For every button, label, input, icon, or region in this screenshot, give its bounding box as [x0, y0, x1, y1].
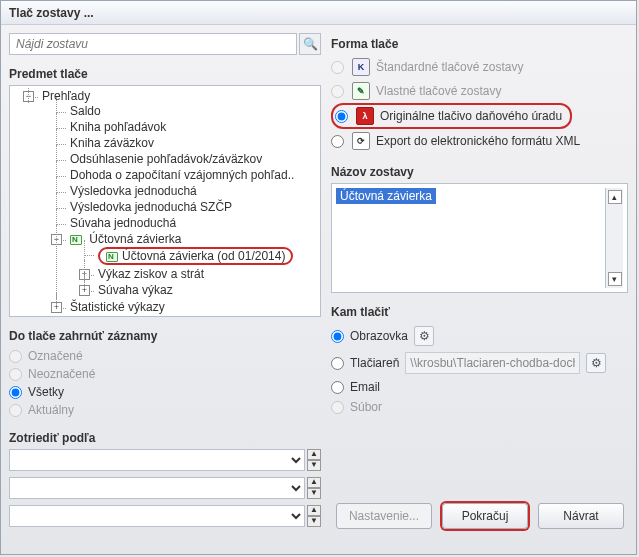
- kros-icon: K: [352, 58, 370, 76]
- gear-icon[interactable]: ⚙: [586, 353, 606, 373]
- report-n-icon: [106, 252, 118, 262]
- include-unmarked-radio: [9, 368, 22, 381]
- report-name-item[interactable]: Účtovná závierka: [336, 188, 436, 204]
- form-standard-radio: [331, 61, 344, 74]
- xml-icon: ⟳: [352, 132, 370, 150]
- pdf-icon: λ: [356, 107, 374, 125]
- tree-node[interactable]: Odsúhlasenie pohľadávok/záväzkov: [70, 152, 262, 166]
- dest-printer-radio[interactable]: [331, 357, 344, 370]
- tree-node-root[interactable]: Prehľady: [42, 89, 90, 103]
- tree-node[interactable]: Výsledovka jednoduchá SZČP: [70, 200, 232, 214]
- dest-email-label: Email: [350, 380, 380, 394]
- include-label: Do tlače zahrnúť záznamy: [9, 329, 321, 343]
- form-label: Forma tlače: [331, 37, 628, 51]
- back-button[interactable]: Návrat: [538, 503, 624, 529]
- report-tree[interactable]: − Prehľady Saldo Kniha pohľadávok Kniha …: [9, 85, 321, 317]
- search-icon[interactable]: 🔍: [299, 33, 321, 55]
- tree-node[interactable]: Výkaz ziskov a strát: [98, 267, 204, 281]
- dialog-title: Tlač zostavy ...: [1, 1, 636, 25]
- form-original-radio[interactable]: [335, 110, 348, 123]
- tree-node-selected[interactable]: Účtovná závierka (od 01/2014): [98, 247, 293, 265]
- name-label: Názov zostavy: [331, 165, 628, 179]
- tree-node[interactable]: Kniha záväzkov: [70, 136, 154, 150]
- include-all-radio[interactable]: [9, 386, 22, 399]
- scrollbar[interactable]: ▴ ▾: [605, 188, 623, 288]
- scroll-down-icon[interactable]: ▾: [608, 272, 622, 286]
- tree-node[interactable]: Výsledovka jednoduchá: [70, 184, 197, 198]
- expand-toggle[interactable]: −: [23, 91, 34, 102]
- expand-toggle[interactable]: −: [51, 234, 62, 245]
- dest-screen-radio[interactable]: [331, 330, 344, 343]
- tree-node[interactable]: Dohoda o započítaní vzájomných pohľad..: [70, 168, 294, 182]
- dest-file-label: Súbor: [350, 400, 382, 414]
- dest-file-radio: [331, 401, 344, 414]
- sort-up-icon[interactable]: ▲: [307, 505, 321, 516]
- sort-up-icon[interactable]: ▲: [307, 477, 321, 488]
- sort-select-3[interactable]: [9, 505, 305, 527]
- continue-button[interactable]: Pokračuj: [442, 503, 528, 529]
- tree-node[interactable]: Štatistické výkazy: [70, 300, 165, 314]
- search-input[interactable]: [9, 33, 297, 55]
- dest-label: Kam tlačiť: [331, 305, 628, 319]
- report-name-list[interactable]: Účtovná závierka ▴ ▾: [331, 183, 628, 293]
- sort-down-icon[interactable]: ▼: [307, 516, 321, 527]
- gear-icon[interactable]: ⚙: [414, 326, 434, 346]
- settings-button: Nastavenie...: [336, 503, 432, 529]
- print-dialog: Tlač zostavy ... 🔍 Predmet tlače − Prehľ…: [0, 0, 637, 555]
- subject-label: Predmet tlače: [9, 67, 321, 81]
- sort-select-2[interactable]: [9, 477, 305, 499]
- include-marked-radio: [9, 350, 22, 363]
- include-current-radio: [9, 404, 22, 417]
- sort-down-icon[interactable]: ▼: [307, 460, 321, 471]
- sort-down-icon[interactable]: ▼: [307, 488, 321, 499]
- report-n-icon: [70, 235, 82, 245]
- sort-label: Zotriediť podľa: [9, 431, 321, 445]
- doc-icon: ✎: [352, 82, 370, 100]
- tree-node[interactable]: Kniha pohľadávok: [70, 120, 166, 134]
- tree-node[interactable]: Súvaha jednoduchá: [70, 216, 176, 230]
- dest-printer-label: Tlačiareň: [350, 356, 399, 370]
- printer-select: [405, 352, 580, 374]
- form-custom-radio: [331, 85, 344, 98]
- expand-toggle[interactable]: +: [51, 302, 62, 313]
- tree-node[interactable]: Súvaha výkaz: [98, 283, 173, 297]
- tree-node[interactable]: Účtovná závierka: [89, 232, 181, 246]
- sort-select-1[interactable]: [9, 449, 305, 471]
- form-xml-radio[interactable]: [331, 135, 344, 148]
- expand-toggle[interactable]: +: [79, 285, 90, 296]
- dest-screen-label: Obrazovka: [350, 329, 408, 343]
- tree-node[interactable]: Saldo: [70, 104, 101, 118]
- sort-up-icon[interactable]: ▲: [307, 449, 321, 460]
- scroll-up-icon[interactable]: ▴: [608, 190, 622, 204]
- dest-email-radio[interactable]: [331, 381, 344, 394]
